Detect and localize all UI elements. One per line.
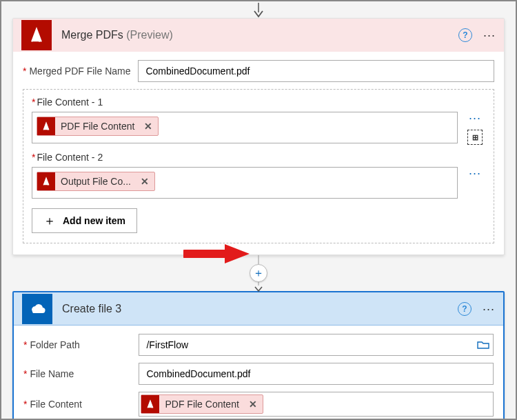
merged-pdf-name-label: Merged PDF File Name	[29, 66, 136, 77]
help-icon[interactable]: ?	[458, 302, 472, 316]
token-label: PDF File Content	[165, 399, 239, 410]
file-content-input-shell[interactable]: PDF File Content ✕	[139, 392, 494, 417]
file-content-label: File Content	[30, 399, 137, 410]
folder-path-input[interactable]	[139, 334, 473, 355]
card-title: Create file 3	[62, 303, 448, 315]
file-content-1-label: *File Content - 1	[32, 97, 485, 108]
file-content-2-label: *File Content - 2	[32, 152, 485, 163]
chevron-down-icon	[254, 286, 263, 292]
card-title-text: Merge PDFs	[61, 29, 123, 41]
file-content-repeater: *File Content - 1 PDF File Content ✕	[23, 89, 494, 243]
connector-arrow-top	[12, 1, 505, 18]
token-label: Output File Co...	[61, 176, 131, 187]
item-menu-button[interactable]: ···	[469, 167, 481, 179]
file-content-row: * File Content PDF File Content ✕	[23, 392, 494, 417]
adobe-icon	[37, 172, 55, 190]
file-name-input-shell[interactable]	[139, 363, 494, 385]
file-content-1-input[interactable]: PDF File Content ✕	[32, 112, 458, 143]
merged-pdf-name-input[interactable]	[139, 61, 494, 81]
token-pdf-file-content[interactable]: PDF File Content ✕	[141, 394, 263, 414]
preview-tag: (Preview)	[126, 29, 173, 41]
folder-path-label: Folder Path	[30, 339, 137, 350]
merged-pdf-name-row: * Merged PDF File Name	[23, 60, 494, 82]
required-marker: *	[23, 66, 26, 77]
merged-pdf-name-input-shell[interactable]	[138, 60, 494, 82]
adobe-icon	[21, 20, 52, 50]
file-name-label: File Name	[30, 368, 137, 379]
plus-icon: ＋	[43, 214, 56, 227]
adobe-icon	[37, 117, 55, 135]
token-remove-icon[interactable]: ✕	[249, 399, 257, 410]
add-new-item-button[interactable]: ＋ Add new item	[32, 208, 137, 233]
adobe-icon	[141, 395, 159, 413]
insert-step-connector: ＋	[12, 255, 505, 291]
card-title: Merge PDFs (Preview)	[61, 29, 449, 41]
item-menu-button[interactable]: ···	[469, 112, 481, 124]
folder-path-input-shell[interactable]	[139, 334, 494, 356]
card-header-merge-pdfs[interactable]: Merge PDFs (Preview) ? ···	[13, 19, 504, 52]
token-label: PDF File Content	[61, 121, 134, 132]
token-remove-icon[interactable]: ✕	[144, 121, 152, 132]
add-item-label: Add new item	[63, 215, 125, 226]
card-header-create-file[interactable]: Create file 3 ? ···	[14, 292, 503, 326]
folder-picker-icon[interactable]	[474, 340, 493, 350]
token-remove-icon[interactable]: ✕	[141, 176, 149, 187]
file-name-row: * File Name	[23, 363, 494, 385]
file-name-input[interactable]	[139, 363, 493, 384]
card-merge-pdfs: Merge PDFs (Preview) ? ··· * Merged PDF …	[12, 18, 505, 255]
token-output-file-content[interactable]: Output File Co... ✕	[37, 172, 155, 191]
card-menu-button[interactable]: ···	[483, 29, 496, 41]
folder-path-row: * Folder Path	[23, 334, 494, 356]
file-content-2-input[interactable]: Output File Co... ✕	[32, 167, 458, 199]
help-icon[interactable]: ?	[458, 28, 472, 42]
insert-step-button[interactable]: ＋	[250, 264, 267, 282]
card-menu-button[interactable]: ···	[483, 303, 495, 315]
switch-to-array-icon[interactable]: ⊞	[467, 130, 483, 145]
token-pdf-file-content[interactable]: PDF File Content ✕	[37, 117, 159, 136]
card-title-text: Create file 3	[62, 303, 121, 314]
card-create-file-3: Create file 3 ? ··· * Folder Path *	[12, 291, 505, 420]
onedrive-icon	[22, 294, 52, 324]
